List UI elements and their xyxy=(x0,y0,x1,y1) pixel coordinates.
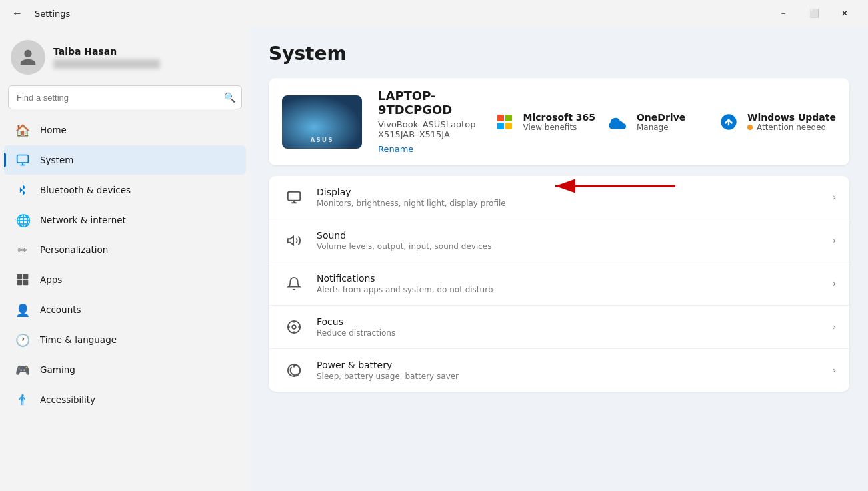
svg-marker-13 xyxy=(288,237,293,245)
notifications-title: Notifications xyxy=(317,273,822,284)
sidebar-item-personalization[interactable]: ✏️ Personalization xyxy=(4,235,246,264)
svg-rect-5 xyxy=(17,280,23,286)
sound-chevron: › xyxy=(833,236,836,245)
sidebar-item-gaming[interactable]: 🎮 Gaming xyxy=(4,355,246,384)
settings-list: Display Monitors, brightness, night ligh… xyxy=(269,176,849,392)
svg-rect-0 xyxy=(17,155,29,163)
ms365-name: Microsoft 365 xyxy=(523,112,595,123)
minimize-button[interactable]: − xyxy=(768,3,799,24)
settings-item-display[interactable]: Display Monitors, brightness, night ligh… xyxy=(269,176,849,219)
onedrive-text: OneDrive Manage xyxy=(637,112,685,132)
notifications-icon xyxy=(282,272,306,296)
service-tile-ms365[interactable]: Microsoft 365 View benefits xyxy=(493,110,595,134)
notifications-chevron: › xyxy=(833,279,836,288)
window-controls: − ⬜ ✕ xyxy=(768,3,860,24)
sidebar-item-label: Network & internet xyxy=(40,215,126,225)
bluetooth-icon xyxy=(15,182,31,198)
close-button[interactable]: ✕ xyxy=(829,3,860,24)
device-info: LAPTOP-9TDCPGOD VivoBook_ASUSLaptop X515… xyxy=(378,89,477,155)
network-icon: 🌐 xyxy=(15,212,31,228)
service-tile-windows-update[interactable]: Windows Update Attention needed xyxy=(717,110,836,134)
home-icon: 🏠 xyxy=(15,122,31,138)
svg-rect-4 xyxy=(23,274,29,280)
ms365-action: View benefits xyxy=(523,123,595,132)
user-name: Taiba Hasan xyxy=(53,46,239,57)
wu-badge: Attention needed xyxy=(747,123,836,132)
svg-point-7 xyxy=(21,394,23,396)
accessibility-icon xyxy=(15,392,31,408)
svg-rect-6 xyxy=(23,280,29,286)
svg-point-14 xyxy=(288,321,300,333)
display-text: Display Monitors, brightness, night ligh… xyxy=(317,187,822,208)
notifications-desc: Alerts from apps and system, do not dist… xyxy=(317,285,822,294)
power-chevron: › xyxy=(833,366,836,375)
sidebar-item-apps[interactable]: Apps xyxy=(4,265,246,294)
personalization-icon: ✏️ xyxy=(15,242,31,258)
sidebar-item-home[interactable]: 🏠 Home xyxy=(4,115,246,145)
sidebar-item-accessibility[interactable]: Accessibility xyxy=(4,385,246,414)
app-title: Settings xyxy=(35,9,70,19)
wu-name: Windows Update xyxy=(747,112,836,123)
settings-item-focus[interactable]: Focus Reduce distractions › xyxy=(269,306,849,349)
sound-title: Sound xyxy=(317,230,822,241)
onedrive-action: Manage xyxy=(637,123,685,132)
settings-item-sound[interactable]: Sound Volume levels, output, input, soun… xyxy=(269,219,849,262)
asus-label: ASUS xyxy=(310,137,333,143)
sound-text: Sound Volume levels, output, input, soun… xyxy=(317,230,822,251)
service-tile-onedrive[interactable]: OneDrive Manage xyxy=(606,110,706,134)
accounts-icon: 👤 xyxy=(15,302,31,318)
device-rename-link[interactable]: Rename xyxy=(378,144,413,154)
wu-dot xyxy=(747,125,753,130)
sidebar-item-label: Personalization xyxy=(40,245,108,255)
sidebar-item-label: Time & language xyxy=(40,334,117,345)
display-icon xyxy=(282,185,306,209)
maximize-button[interactable]: ⬜ xyxy=(799,3,829,24)
sidebar-item-label: Gaming xyxy=(40,364,75,375)
onedrive-icon xyxy=(606,110,630,134)
sidebar-item-label: Bluetooth & devices xyxy=(40,185,131,195)
sidebar-item-label: Accessibility xyxy=(40,394,95,405)
device-name: LAPTOP-9TDCPGOD xyxy=(378,89,477,117)
sidebar-item-system[interactable]: System xyxy=(4,145,246,175)
sidebar-nav: 🏠 Home System B xyxy=(0,115,250,415)
device-banner: ASUS LAPTOP-9TDCPGOD VivoBook_ASUSLaptop… xyxy=(269,78,849,165)
sidebar-item-label: System xyxy=(40,155,73,165)
user-account-blurred xyxy=(53,59,160,69)
power-icon xyxy=(282,358,306,382)
main-content: System ASUS LAPTOP-9TDCPGOD VivoBook_ASU… xyxy=(250,27,868,491)
focus-title: Focus xyxy=(317,316,822,327)
settings-item-power[interactable]: Power & battery Sleep, battery usage, ba… xyxy=(269,349,849,392)
sidebar-item-network[interactable]: 🌐 Network & internet xyxy=(4,205,246,235)
service-tiles: Microsoft 365 View benefits OneDrive Man… xyxy=(493,110,836,134)
wu-action: Attention needed xyxy=(757,123,826,132)
settings-item-notifications[interactable]: Notifications Alerts from apps and syste… xyxy=(269,262,849,306)
svg-point-15 xyxy=(292,325,296,329)
sidebar-item-accounts[interactable]: 👤 Accounts xyxy=(4,295,246,324)
app-body: Taiba Hasan 🔍 🏠 Home xyxy=(0,27,868,491)
apps-icon xyxy=(15,272,31,288)
sound-desc: Volume levels, output, input, sound devi… xyxy=(317,242,822,251)
sound-icon xyxy=(282,229,306,252)
ms365-text: Microsoft 365 View benefits xyxy=(523,112,595,132)
svg-rect-3 xyxy=(17,274,23,280)
back-button[interactable]: ← xyxy=(8,4,27,23)
sidebar-item-label: Apps xyxy=(40,274,62,285)
sidebar-item-time[interactable]: 🕐 Time & language xyxy=(4,325,246,354)
onedrive-name: OneDrive xyxy=(637,112,685,123)
gaming-icon: 🎮 xyxy=(15,362,31,378)
sidebar: Taiba Hasan 🔍 🏠 Home xyxy=(0,27,250,491)
power-text: Power & battery Sleep, battery usage, ba… xyxy=(317,360,822,381)
display-desc: Monitors, brightness, night light, displ… xyxy=(317,199,822,208)
focus-text: Focus Reduce distractions xyxy=(317,316,822,338)
focus-chevron: › xyxy=(833,322,836,332)
display-title: Display xyxy=(317,187,822,197)
user-profile: Taiba Hasan xyxy=(0,32,250,85)
search-input[interactable] xyxy=(8,85,242,109)
windows-update-text: Windows Update Attention needed xyxy=(747,112,836,132)
sidebar-item-bluetooth[interactable]: Bluetooth & devices xyxy=(4,175,246,205)
device-image: ASUS xyxy=(282,95,362,149)
power-desc: Sleep, battery usage, battery saver xyxy=(317,372,822,381)
sidebar-item-label: Accounts xyxy=(40,304,81,315)
page-title: System xyxy=(269,43,849,65)
notifications-text: Notifications Alerts from apps and syste… xyxy=(317,273,822,294)
